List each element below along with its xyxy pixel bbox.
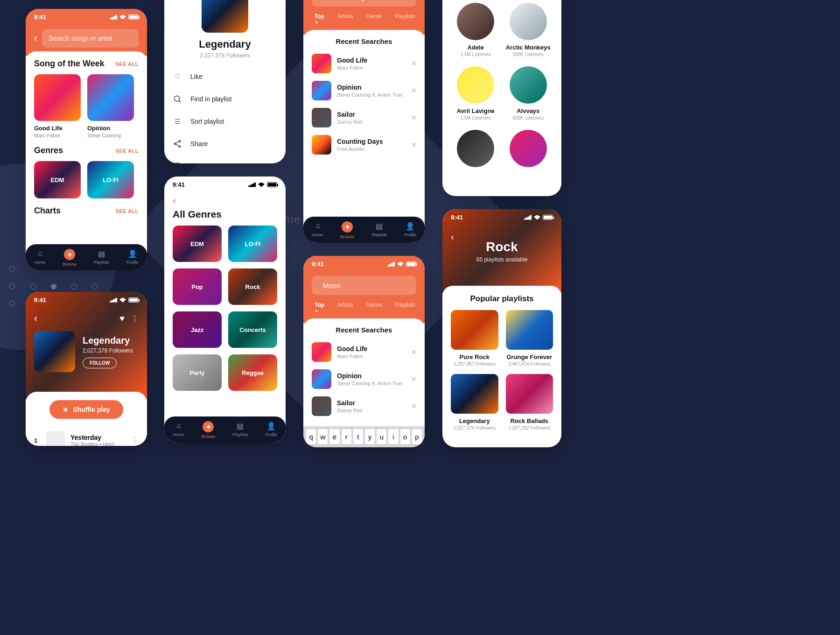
keyboard[interactable]: qwertyuiop	[303, 426, 425, 447]
tab-top[interactable]: Top	[315, 302, 324, 308]
search-input[interactable]	[328, 0, 410, 1]
back-button[interactable]: ‹	[451, 232, 454, 242]
result-item[interactable]	[504, 130, 553, 171]
menu-like[interactable]: ♡Like	[169, 65, 281, 88]
remove-icon[interactable]: ×	[411, 374, 416, 384]
heart-icon[interactable]: ♥	[119, 314, 125, 324]
key[interactable]: u	[377, 429, 386, 444]
result-item[interactable]: Adele1,5M Listeners	[452, 3, 500, 57]
tab-genre[interactable]: Genre	[366, 302, 381, 308]
genre-tile[interactable]: Reggae	[228, 354, 277, 391]
nav-playlists[interactable]: ▤Playlists	[94, 249, 109, 267]
key[interactable]: i	[388, 429, 398, 444]
genre-tile[interactable]: Rock	[228, 268, 277, 305]
more-icon[interactable]: ⋮	[131, 314, 139, 323]
playlist-item[interactable]: Grunge Forever2,467,874 Followers	[506, 310, 553, 367]
tab-artists[interactable]: Artists	[337, 302, 353, 308]
back-button[interactable]: ‹	[173, 195, 176, 206]
key[interactable]: o	[400, 429, 410, 444]
nav-browse[interactable]: ✦Browse	[201, 421, 215, 439]
recent-item[interactable]: Good LifeMarc Fabre×	[303, 50, 425, 77]
menu-sort[interactable]: ☰Sort playlist	[169, 110, 281, 133]
see-all-link[interactable]: SEE ALL	[115, 61, 139, 67]
menu-share[interactable]: Share	[169, 133, 281, 155]
key[interactable]: y	[365, 429, 375, 444]
genre-tile[interactable]: Party	[173, 354, 222, 391]
nav-browse[interactable]: ✦Browse	[340, 221, 354, 239]
bottom-nav: ♫Home ✦Browse ▤Playlists 👤Profile	[303, 217, 425, 243]
status-bar: 9:41	[303, 256, 425, 272]
recent-item[interactable]: OpinionSteve Canning ft. Anton Tran×	[303, 366, 425, 393]
shuffle-button[interactable]: ⤨ Shuffle play	[49, 400, 123, 419]
remove-icon[interactable]: ×	[411, 113, 416, 123]
key[interactable]: q	[306, 429, 316, 444]
playlist-item[interactable]: Pure Rock3,287,367 Followers	[451, 310, 498, 367]
result-item[interactable]: Arctic Monkeys500K Listeners	[504, 3, 553, 57]
playlist-item[interactable]: Rock Ballads1,287,192 Followers	[506, 374, 553, 430]
nav-home[interactable]: ♫Home	[312, 221, 323, 239]
key[interactable]: e	[329, 429, 339, 444]
result-item[interactable]	[452, 130, 500, 171]
track-row[interactable]: 1 YesterdayThe Beatles • Help! ⋮	[26, 427, 147, 446]
remove-icon[interactable]: ×	[411, 402, 416, 411]
remove-icon[interactable]: ×	[411, 347, 416, 357]
key[interactable]: r	[342, 429, 351, 444]
playlist-sub: 2,027,378 Followers	[83, 347, 133, 354]
result-item[interactable]: Alvvays500K Listeners	[504, 66, 553, 120]
nav-profile[interactable]: 👤Profile	[265, 421, 277, 439]
see-all-link[interactable]: SEE ALL	[115, 148, 139, 154]
back-button[interactable]: ‹	[34, 312, 37, 325]
nav-browse[interactable]: ✦Browse	[63, 249, 77, 267]
screen-menu: Legendary 2,027,378 Followers ♡Like Find…	[164, 0, 286, 163]
key[interactable]: p	[412, 429, 422, 444]
genre-tile[interactable]: LO-FI	[87, 161, 134, 198]
follow-button[interactable]: FOLLOW	[83, 358, 117, 368]
genre-tile[interactable]: Concerts	[228, 311, 277, 348]
shuffle-icon: ⤨	[63, 406, 68, 413]
nav-profile[interactable]: 👤Profile	[126, 249, 139, 267]
menu-about[interactable]: ?About	[169, 155, 281, 163]
search-box[interactable]	[312, 0, 416, 7]
song-card[interactable]: Good LifeMarc Fabre	[34, 74, 81, 138]
recent-item[interactable]: OpinionSteve Canning ft. Anton Tran×	[303, 77, 425, 104]
nav-playlists[interactable]: ▤Playlists	[232, 421, 248, 439]
genre-tile[interactable]: Pop	[173, 268, 222, 305]
nav-profile[interactable]: 👤Profile	[404, 221, 416, 239]
tab-playlists[interactable]: Playlists	[395, 302, 415, 308]
playlist-item[interactable]: Legendary2,027,378 Followers	[451, 374, 498, 430]
key[interactable]: w	[318, 429, 328, 444]
tab-top[interactable]: Top	[315, 13, 324, 20]
menu-find[interactable]: Find in playlist	[169, 88, 281, 110]
genre-tile[interactable]: LO-FI	[228, 226, 277, 262]
recent-item[interactable]: SailorDonny Rief×	[303, 393, 425, 420]
compass-icon: ✦	[64, 249, 75, 260]
search-input[interactable]	[323, 282, 412, 289]
see-all-link[interactable]: SEE ALL	[115, 208, 139, 214]
search-input[interactable]	[49, 35, 132, 42]
tab-artists[interactable]: Artists	[337, 13, 353, 20]
song-card[interactable]: OpinionSteve Canning	[87, 74, 134, 138]
nav-home[interactable]: ♫Home	[173, 421, 184, 439]
nav-home[interactable]: ♫Home	[34, 249, 45, 267]
result-item[interactable]: Avril Lavigne1,5M Listeners	[452, 66, 500, 120]
genre-tile[interactable]: EDM	[173, 226, 222, 262]
recent-item[interactable]: Counting DaysFred Aurelio×	[303, 131, 425, 158]
back-button[interactable]: ‹	[34, 32, 37, 44]
genre-tile[interactable]: Jazz	[173, 311, 222, 348]
svg-point-2	[179, 140, 181, 142]
screen-genres: 9:41 ‹ All Genres EDM LO-FI Pop Rock Jaz…	[164, 176, 286, 443]
remove-icon[interactable]: ×	[411, 86, 416, 96]
playlist-title: Legendary	[83, 335, 133, 346]
recent-item[interactable]: Good LifeMarc Fabre×	[303, 339, 425, 366]
genre-tile[interactable]: EDM	[34, 161, 81, 198]
tab-playlists[interactable]: Playlists	[395, 13, 415, 20]
remove-icon[interactable]: ×	[411, 59, 416, 69]
search-box[interactable]	[312, 276, 416, 295]
tab-genre[interactable]: Genre	[366, 13, 381, 20]
more-icon[interactable]: ⋮	[131, 436, 139, 445]
nav-playlists[interactable]: ▤Playlists	[371, 221, 387, 239]
recent-item[interactable]: SailorDonny Rief×	[303, 104, 425, 131]
key[interactable]: t	[353, 429, 363, 444]
remove-icon[interactable]: ×	[411, 140, 416, 150]
search-box[interactable]	[42, 29, 139, 48]
